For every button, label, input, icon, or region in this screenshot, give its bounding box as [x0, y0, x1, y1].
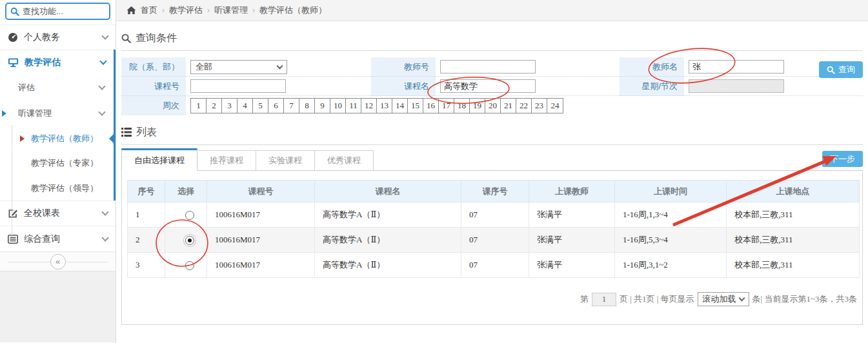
breadcrumb-home[interactable]: 首页	[141, 5, 157, 16]
week-cell[interactable]: 2	[207, 99, 222, 113]
week-cell[interactable]: 4	[237, 99, 253, 113]
next-step-button[interactable]: 下一步	[822, 151, 863, 167]
sidebar-item-label: 教学评估（教师）	[31, 133, 98, 144]
breadcrumb-separator: ›	[207, 6, 210, 15]
course-name-input[interactable]	[440, 79, 536, 93]
active-item-marker	[109, 132, 116, 145]
course-radio[interactable]	[185, 211, 194, 220]
row-no: 1	[128, 202, 165, 228]
tab-free-select-course[interactable]: 自由选择课程	[121, 148, 197, 171]
search-input[interactable]	[23, 6, 105, 16]
teacher-cell: 张满平	[529, 228, 615, 253]
week-cell[interactable]: 24	[547, 99, 563, 113]
sidebar-item-school-timetable[interactable]: 全校课表	[0, 201, 116, 226]
week-cell[interactable]: 10	[330, 99, 346, 113]
triangle-right-icon	[2, 110, 6, 117]
tab-excellent-course[interactable]: 优秀课程	[314, 150, 374, 170]
time-cell: 1-16周,1,3~4	[615, 202, 727, 228]
edit-icon	[8, 208, 18, 219]
week-cell[interactable]: 14	[392, 99, 408, 113]
class-no-cell: 07	[461, 228, 529, 253]
tab-bar: 自由选择课程 推荐课程 实验课程 优秀课程 下一步	[121, 149, 863, 171]
chevron-down-icon	[101, 208, 108, 215]
sidebar-item-label: 全校课表	[24, 208, 60, 219]
pagination-summary: 条| 当前显示第1~3条，共3条	[752, 293, 857, 305]
week-cell[interactable]: 21	[501, 99, 516, 113]
breadcrumb-level3: 教学评估（教师）	[259, 5, 327, 16]
breadcrumb-level2[interactable]: 听课管理	[214, 5, 248, 16]
table-header-row: 序号 选择 课程号 课程名 课序号 上课教师 上课时间 上课地点	[128, 181, 860, 202]
class-no-cell: 07	[461, 202, 529, 228]
course-radio[interactable]	[185, 236, 194, 245]
chevron-down-icon	[277, 63, 283, 69]
course-name-cell: 高等数学A（Ⅱ）	[315, 228, 461, 253]
course-radio[interactable]	[185, 261, 194, 270]
sidebar-search-box[interactable]	[5, 3, 110, 20]
sidebar-item-eval-expert[interactable]: 教学评估（专家）	[0, 150, 114, 176]
teacher-no-label: 教师号	[371, 57, 436, 77]
breadcrumb-level1[interactable]: 教学评估	[169, 5, 203, 16]
sidebar-item-listen-mgmt[interactable]: 听课管理	[0, 101, 114, 126]
weeks-strip: 123456789101112131415161718192021222324	[190, 98, 563, 113]
week-cell[interactable]: 23	[532, 99, 547, 113]
table-row: 3 100616M017 高等数学A（Ⅱ） 07 张满平 1-16周,3,1~2…	[128, 253, 860, 278]
chevron-down-icon	[101, 234, 108, 241]
divider	[121, 50, 863, 51]
week-cell[interactable]: 17	[439, 99, 454, 113]
per-page-select[interactable]: 滚动加载	[698, 292, 749, 306]
course-no-label: 课程号	[121, 77, 186, 96]
week-cell[interactable]: 13	[377, 99, 392, 113]
sidebar: 个人教务 教学评估 评估 听课管理 教学评估（教师） 教学评估（专家）	[0, 0, 116, 343]
table-row: 1 100616M017 高等数学A（Ⅱ） 07 张满平 1-16周,1,3~4…	[128, 202, 860, 228]
chevron-down-icon	[99, 57, 106, 64]
col-header: 上课教师	[529, 181, 615, 202]
weeks-label: 周次	[121, 96, 186, 115]
home-icon[interactable]	[126, 6, 136, 15]
week-cell[interactable]: 11	[346, 99, 361, 113]
tab-experiment-course[interactable]: 实验课程	[256, 150, 315, 170]
sidebar-item-eval[interactable]: 评估	[0, 75, 114, 101]
collapse-sidebar-button[interactable]: «	[50, 254, 66, 270]
week-cell[interactable]: 9	[315, 99, 330, 113]
week-cell[interactable]: 15	[408, 99, 423, 113]
week-cell[interactable]: 22	[516, 99, 532, 113]
week-cell[interactable]: 3	[222, 99, 237, 113]
sidebar-item-teaching-eval[interactable]: 教学评估	[0, 50, 114, 75]
week-cell[interactable]: 16	[423, 99, 439, 113]
sidebar-item-eval-teacher[interactable]: 教学评估（教师）	[0, 126, 114, 150]
pagination: 第 页 | 共1页 | 每页显示 滚动加载 条| 当前显示第1~3条，共3条	[127, 292, 857, 306]
week-cell[interactable]: 1	[191, 99, 207, 113]
week-cell[interactable]: 6	[268, 99, 284, 113]
week-cell[interactable]: 18	[454, 99, 470, 113]
breadcrumb: 首页 › 教学评估 › 听课管理 › 教学评估（教师）	[116, 0, 868, 21]
query-button[interactable]: 查询	[819, 61, 863, 78]
sidebar-item-comprehensive-query[interactable]: 综合查询	[0, 226, 116, 251]
teacher-cell: 张满平	[529, 253, 615, 278]
sidebar-item-eval-leader[interactable]: 教学评估（领导）	[0, 176, 114, 201]
pagination-text: 页 | 共1页 | 每页显示	[620, 293, 694, 305]
query-section-title: 查询条件	[121, 30, 863, 46]
query-form: 院（系、部） 全部 教师号 教师名 课程号 课程名 星期/节次 周次 12345…	[121, 57, 863, 115]
dept-select[interactable]: 全部	[190, 60, 287, 74]
weekday-input	[689, 79, 784, 93]
week-cell[interactable]: 5	[253, 99, 268, 113]
sidebar-item-personal[interactable]: 个人教务	[0, 24, 116, 50]
week-cell[interactable]: 20	[485, 99, 501, 113]
tab-recommended-course[interactable]: 推荐课程	[197, 150, 256, 170]
week-cell[interactable]: 8	[299, 99, 315, 113]
course-no-input[interactable]	[190, 79, 286, 93]
teacher-name-input[interactable]	[689, 60, 784, 74]
list-card-icon	[8, 235, 18, 244]
week-cell[interactable]: 7	[284, 99, 299, 113]
page-number-input[interactable]	[592, 293, 616, 306]
teacher-no-input[interactable]	[440, 60, 536, 74]
col-header: 上课时间	[615, 181, 727, 202]
tab-panel: 序号 选择 课程号 课程名 课序号 上课教师 上课时间 上课地点 1 1006	[121, 171, 863, 325]
divider	[121, 144, 863, 145]
week-cell[interactable]: 12	[361, 99, 377, 113]
sidebar-item-label: 听课管理	[18, 108, 52, 119]
sidebar-item-label: 综合查询	[24, 233, 60, 245]
col-header: 课程名	[315, 181, 461, 202]
week-cell[interactable]: 19	[470, 99, 485, 113]
course-name-label: 课程名	[371, 77, 436, 96]
